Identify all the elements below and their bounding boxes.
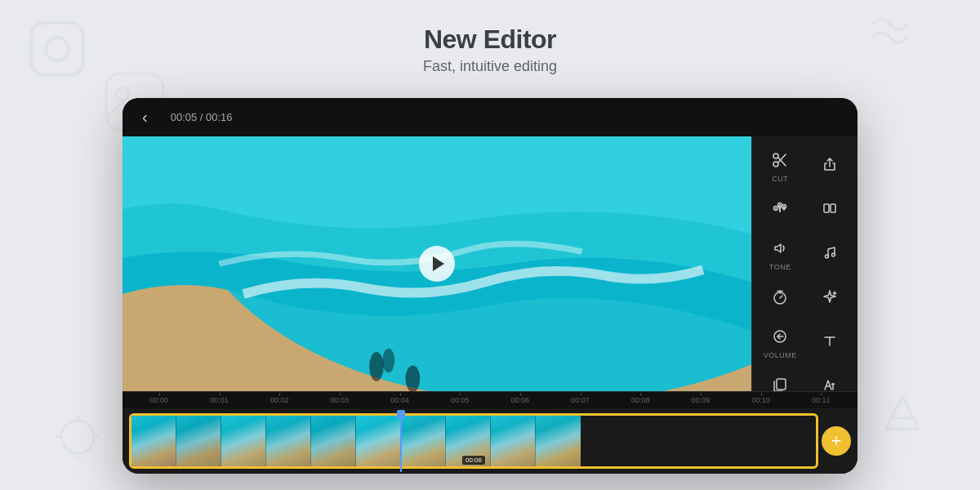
ruler-mark-6: 00:06	[490, 396, 550, 404]
tool-music[interactable]	[805, 231, 855, 279]
ruler-mark-2: 00:02	[249, 396, 310, 404]
text-icon	[821, 332, 839, 352]
page-title: New Editor	[0, 24, 980, 55]
svg-point-25	[825, 255, 828, 258]
video-strip: 00:06	[129, 413, 818, 469]
strip-frame	[536, 416, 581, 466]
music-icon	[821, 243, 839, 264]
timeline-track[interactable]: 00:06 +	[122, 408, 858, 474]
tool-text[interactable]	[805, 319, 855, 368]
ruler-mark-0: 00:00	[129, 396, 189, 404]
reverse-label: VOLUME	[764, 351, 797, 359]
svg-rect-31	[777, 379, 786, 390]
strip-frame	[401, 416, 446, 466]
top-bar: ‹ 00:05 / 00:16	[122, 98, 858, 136]
tool-tone[interactable]	[755, 191, 805, 231]
strip-frame	[221, 416, 266, 466]
scissors-icon	[771, 151, 789, 172]
ruler-mark-9: 00:09	[670, 396, 731, 404]
tone-icon	[771, 199, 789, 220]
add-icon: +	[831, 430, 842, 452]
strip-frame	[176, 416, 221, 466]
ruler-marks: 00:00 00:01 00:02 00:03 00:04 00:05 00:0…	[129, 396, 851, 404]
tool-cut[interactable]: CUT	[755, 143, 805, 191]
right-toolbar: CUT	[751, 136, 858, 391]
back-button[interactable]: ‹	[136, 105, 154, 130]
device-frame: ‹ 00:05 / 00:16	[122, 98, 858, 474]
volume-icon	[771, 239, 789, 260]
svg-point-26	[831, 253, 835, 256]
timeline-ruler: 00:00 00:01 00:02 00:03 00:04 00:05 00:0…	[122, 392, 858, 408]
page-subtitle: Fast, intuitive editing	[0, 58, 980, 75]
tool-sparkle[interactable]	[805, 279, 855, 319]
sparkle-icon	[821, 287, 839, 308]
tool-volume[interactable]: TONE	[755, 231, 805, 279]
strip-frame	[311, 416, 356, 466]
tool-copy[interactable]	[755, 368, 805, 391]
ruler-mark-5: 00:05	[430, 396, 490, 404]
copy-icon	[771, 376, 789, 391]
ruler-mark-1: 00:01	[189, 396, 250, 404]
video-clip[interactable]: 00:06	[129, 413, 818, 469]
playhead	[400, 410, 402, 472]
ruler-mark-10: 00:10	[731, 396, 791, 404]
header: New Editor Fast, intuitive editing	[0, 0, 980, 91]
video-area	[122, 136, 751, 391]
playhead-handle[interactable]	[397, 410, 405, 418]
svg-point-12	[369, 352, 384, 381]
tool-reverse[interactable]: VOLUME	[755, 319, 805, 368]
tool-speed[interactable]	[755, 279, 805, 319]
ruler-mark-8: 00:08	[610, 396, 670, 404]
svg-rect-23	[824, 204, 829, 212]
ruler-mark-4: 00:04	[370, 396, 430, 404]
svg-rect-24	[831, 204, 835, 212]
strip-frame: 00:06	[356, 416, 401, 466]
main-content: CUT	[122, 136, 858, 391]
reverse-icon	[771, 327, 789, 348]
tool-share[interactable]	[805, 143, 855, 191]
ruler-mark-7: 00:07	[550, 396, 611, 404]
share-icon	[821, 155, 839, 176]
add-clip-button[interactable]: +	[822, 426, 851, 456]
cut-label: CUT	[772, 175, 788, 183]
strip-frame	[491, 416, 536, 466]
play-button[interactable]	[419, 246, 455, 282]
svg-point-14	[406, 365, 421, 391]
timestamp-display: 00:05 / 00:16	[171, 111, 233, 123]
playhead-time-label: 00:06	[462, 456, 485, 465]
trim-icon	[821, 199, 839, 220]
strip-frame	[131, 416, 176, 466]
play-icon	[433, 256, 444, 271]
ruler-mark-3: 00:03	[310, 396, 370, 404]
strip-frame	[266, 416, 311, 466]
font-icon	[821, 376, 839, 391]
timeline-area: 00:00 00:01 00:02 00:03 00:04 00:05 00:0…	[122, 391, 858, 474]
svg-point-2	[61, 421, 94, 453]
svg-point-13	[382, 349, 394, 373]
speed-icon	[771, 287, 789, 308]
volume-label: TONE	[769, 263, 791, 271]
tool-trim[interactable]	[805, 191, 855, 231]
tool-font[interactable]	[805, 368, 855, 391]
ruler-mark-11: 00:11	[791, 396, 851, 404]
